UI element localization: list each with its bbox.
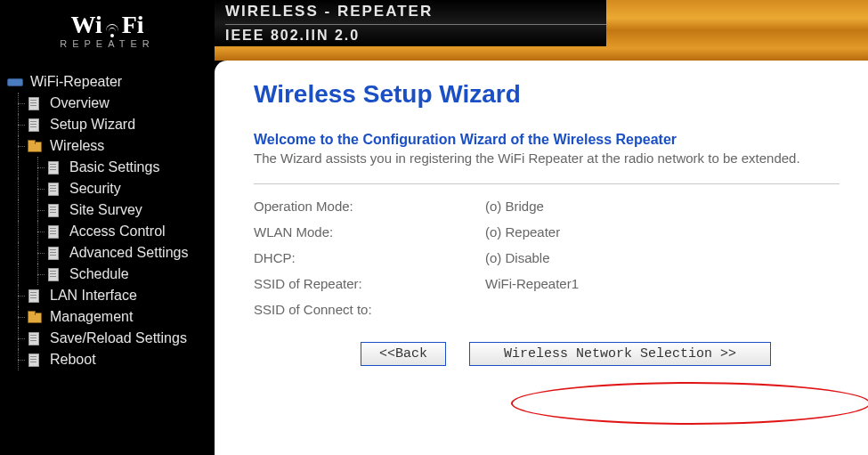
nav-site-survey[interactable]: Site Survey: [7, 199, 207, 221]
file-icon: [46, 204, 62, 216]
file-icon: [27, 97, 43, 110]
value: (o) Repeater: [485, 224, 560, 240]
file-icon: [46, 161, 62, 174]
label: SSID of Connect to:: [254, 302, 485, 317]
nav-item-label: Schedule: [69, 266, 129, 282]
label: DHCP:: [254, 250, 485, 265]
nav-management[interactable]: Management: [7, 306, 207, 328]
nav-item-label: Reboot: [50, 352, 96, 368]
row-operation-mode: Operation Mode: (o) Bridge: [254, 199, 840, 214]
value: (o) Disable: [485, 250, 550, 265]
file-icon: [46, 225, 62, 238]
callout-ellipse: [511, 382, 868, 425]
nav-save-reload[interactable]: Save/Reload Settings: [7, 328, 207, 349]
header-line1: WIRELESS - REPEATER: [225, 3, 606, 20]
row-wlan-mode: WLAN Mode: (o) Repeater: [254, 224, 840, 240]
back-button[interactable]: <<Back: [361, 342, 446, 366]
logo-subtitle: REPEATER: [60, 39, 154, 49]
label: SSID of Repeater:: [254, 276, 485, 291]
logo-text-left: Wi: [70, 12, 101, 37]
sidebar: WiFi-Repeater Overview Setup Wizard Wire…: [0, 61, 215, 455]
nav-wireless[interactable]: Wireless: [7, 135, 207, 157]
nav-setup-wizard[interactable]: Setup Wizard: [7, 114, 207, 135]
nav-item-label: Security: [69, 181, 121, 197]
header-title-band: WIRELESS - REPEATER IEEE 802.IIN 2.0: [215, 0, 606, 46]
welcome-description: The Wizard assists you in registering th…: [254, 150, 840, 167]
file-icon: [27, 353, 43, 366]
file-icon: [27, 289, 43, 302]
file-icon: [46, 268, 62, 280]
divider: [254, 183, 840, 184]
nav-overview[interactable]: Overview: [7, 93, 207, 114]
main-panel: Wireless Setup Wizard Welcome to the Con…: [215, 61, 868, 455]
row-ssid-connect: SSID of Connect to:: [254, 302, 840, 317]
label: WLAN Mode:: [254, 224, 485, 240]
nav-reboot[interactable]: Reboot: [7, 349, 207, 370]
device-icon: [7, 76, 23, 88]
nav-item-label: Setup Wizard: [50, 117, 135, 133]
nav-security[interactable]: Security: [7, 178, 207, 199]
nav-item-label: Management: [50, 309, 133, 325]
label: Operation Mode:: [254, 199, 485, 214]
file-icon: [46, 183, 62, 195]
nav-item-label: Save/Reload Settings: [50, 330, 187, 346]
nav-schedule[interactable]: Schedule: [7, 264, 207, 285]
value: WiFi-Repeater1: [485, 276, 579, 291]
next-button[interactable]: Wireless Network Selection >>: [469, 342, 771, 366]
file-icon: [46, 247, 62, 259]
nav-access-control[interactable]: Access Control: [7, 221, 207, 242]
nav-item-label: Wireless: [50, 138, 104, 154]
file-icon: [27, 332, 43, 345]
file-icon: [27, 118, 43, 131]
wizard-buttons: <<Back Wireless Network Selection >>: [361, 342, 840, 366]
nav-root[interactable]: WiFi-Repeater: [7, 71, 207, 93]
header: Wi Fi REPEATER WIRELESS - REPEATER IEEE …: [0, 0, 868, 61]
logo-text-right: Fi: [122, 12, 144, 37]
nav-item-label: LAN Interface: [50, 288, 137, 304]
nav-item-label: Overview: [50, 95, 110, 111]
value: (o) Bridge: [485, 199, 544, 214]
header-line2: IEEE 802.IIN 2.0: [225, 24, 606, 44]
folder-icon: [27, 140, 43, 152]
nav-item-label: Advanced Settings: [69, 245, 188, 261]
row-ssid-repeater: SSID of Repeater: WiFi-Repeater1: [254, 276, 840, 291]
row-dhcp: DHCP: (o) Disable: [254, 250, 840, 265]
nav-tree: WiFi-Repeater Overview Setup Wizard Wire…: [7, 71, 207, 370]
nav-advanced-settings[interactable]: Advanced Settings: [7, 242, 207, 264]
nav-root-label: WiFi-Repeater: [30, 74, 122, 90]
page-title: Wireless Setup Wizard: [254, 80, 840, 109]
nav-item-label: Site Survey: [69, 202, 142, 218]
logo-area: Wi Fi REPEATER: [0, 0, 215, 61]
nav-lan-interface[interactable]: LAN Interface: [7, 285, 207, 306]
nav-basic-settings[interactable]: Basic Settings: [7, 157, 207, 178]
wifi-icon: [104, 25, 120, 37]
nav-item-label: Basic Settings: [69, 159, 159, 175]
nav-item-label: Access Control: [69, 223, 166, 240]
welcome-heading: Welcome to the Configuration Wizard of t…: [254, 132, 840, 148]
folder-icon: [27, 311, 43, 323]
